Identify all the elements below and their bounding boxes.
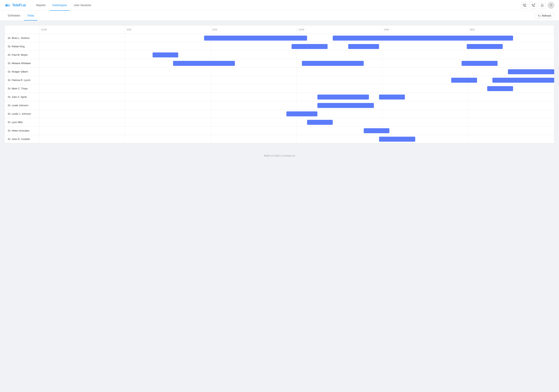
navbar-actions: T (521, 2, 554, 9)
gantt-cell (382, 110, 468, 118)
gantt-bar (508, 69, 554, 74)
gantt-cell (211, 42, 297, 51)
phone-incoming-icon-btn[interactable] (521, 2, 528, 9)
gantt-chart-area: 12AM4AM8AM12PM4PM8PM (39, 26, 554, 143)
gantt-time-label: 12PM (297, 26, 382, 34)
gantt-cell (468, 118, 554, 126)
gantt-row (39, 135, 554, 143)
gantt-row (39, 76, 554, 84)
gantt-row (39, 127, 554, 135)
gantt-bar (467, 44, 503, 49)
tab-today[interactable]: Today (24, 11, 37, 20)
gantt-cell (39, 110, 125, 118)
gantt-cell (211, 127, 297, 135)
gantt-cell (125, 110, 211, 118)
gantt-cell (39, 118, 125, 126)
gantt-cell (39, 84, 125, 93)
tab-schedules[interactable]: Schedules (5, 11, 23, 20)
gantt-cell (39, 42, 125, 51)
gantt-row (39, 84, 554, 93)
gantt-cell (211, 68, 297, 76)
gantt-cell (39, 59, 125, 67)
gantt-cell (39, 93, 125, 101)
gantt-bar (462, 61, 498, 66)
gantt-bar (348, 44, 379, 49)
phone-outgoing-icon-btn[interactable] (530, 2, 537, 9)
gantt-bar (302, 61, 364, 66)
gantt-cell (39, 51, 125, 59)
user-avatar[interactable]: T (548, 2, 554, 9)
gantt-row (39, 101, 554, 110)
gantt-cell (39, 135, 125, 143)
gantt-row (39, 34, 554, 42)
gantt-cell (211, 118, 297, 126)
gantt-row (39, 51, 554, 59)
gantt-bar (317, 103, 374, 108)
gantt-cell (211, 76, 297, 84)
gantt-bar (333, 36, 513, 41)
gantt-cell (125, 93, 211, 101)
svg-point-1 (8, 4, 10, 7)
gantt-cell (211, 51, 297, 59)
gantt-bar (286, 112, 317, 116)
gantt-cell (468, 51, 554, 59)
gantt-name-cell: Dr. Mark C. Tharp (5, 84, 39, 93)
gantt-cell (297, 135, 382, 143)
gantt-bar (451, 78, 477, 83)
gantt-name-cell: Dr. Leslie Johnson (5, 101, 39, 110)
gantt-cell (39, 76, 125, 84)
gantt-row (39, 118, 554, 127)
gantt-row (39, 59, 554, 68)
nav-radiologists[interactable]: Radiologists (50, 0, 70, 11)
gantt-cell (297, 84, 382, 93)
phone-incoming-icon (523, 4, 526, 7)
bell-icon-btn[interactable] (539, 2, 546, 9)
gantt-cell (125, 84, 211, 93)
navbar: TeleFi.ai Reports Radiologists User Sess… (0, 0, 559, 11)
gantt-cell (382, 84, 468, 93)
gantt-bar (379, 137, 415, 142)
svg-point-0 (5, 4, 8, 7)
nav-user-sessions[interactable]: User Sessions (71, 0, 94, 11)
gantt-bar (492, 78, 554, 83)
gantt-names-header (5, 26, 39, 34)
footer: TeleFi.ai ©2021 | Contact Us (0, 148, 559, 163)
gantt-row (39, 93, 554, 101)
gantt-cell (382, 42, 468, 51)
gantt-name-cell: Dr. Paul M. Moyer (5, 51, 39, 59)
gantt-bar (364, 128, 390, 133)
gantt-cell (297, 76, 382, 84)
gantt-names-column: Dr. Brian L. DodsonDr. Rafael KingDr. Pa… (5, 26, 39, 143)
gantt-name-cell: Dr. Patricia R. Lynch (5, 76, 39, 84)
gantt-cell (39, 68, 125, 76)
gantt-cell (39, 127, 125, 135)
refresh-button[interactable]: Refresh (535, 13, 554, 19)
gantt-cell (39, 101, 125, 110)
gantt-bar (153, 52, 178, 57)
nav-reports[interactable]: Reports (34, 0, 48, 11)
gantt-bar (292, 44, 327, 49)
gantt-name-cell: Dr. Rodger Gilbert (5, 68, 39, 76)
main-content: Dr. Brian L. DodsonDr. Rafael KingDr. Pa… (0, 21, 559, 148)
gantt-row (39, 110, 554, 118)
refresh-icon (538, 14, 541, 17)
gantt-row (39, 42, 554, 51)
gantt-bar (204, 36, 307, 41)
gantt-cell (125, 42, 211, 51)
gantt-time-label: 8AM (211, 26, 297, 34)
gantt-name-cell: Dr. Leslie J. Johnson (5, 110, 39, 118)
gantt-cell (468, 135, 554, 143)
gantt-cell (297, 68, 382, 76)
logo[interactable]: TeleFi.ai (5, 2, 26, 9)
svg-line-2 (534, 4, 535, 5)
bell-icon (540, 4, 544, 7)
gantt-cell (211, 93, 297, 101)
gantt-cell (468, 110, 554, 118)
gantt-row (39, 68, 554, 76)
gantt-name-cell: Dr. Julio S. Spink (5, 93, 39, 101)
logo-text: TeleFi.ai (12, 3, 26, 7)
gantt-cell (211, 101, 297, 110)
gantt-cell (125, 135, 211, 143)
sub-nav-tabs: Schedules Today (5, 11, 37, 20)
gantt-time-header: 12AM4AM8AM12PM4PM8PM (39, 26, 554, 34)
